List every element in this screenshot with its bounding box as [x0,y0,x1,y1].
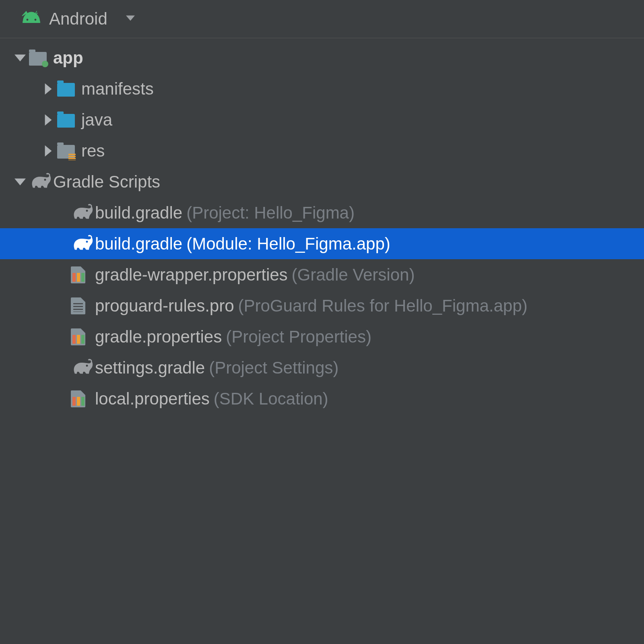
tree-node-res[interactable]: res [0,135,644,166]
gradle-icon [71,204,95,222]
gradle-script-item[interactable]: build.gradle(Project: Hello_Figma) [0,197,644,228]
gradle-icon [29,173,53,191]
gradle-script-item[interactable]: proguard-rules.pro(ProGuard Rules for He… [0,290,644,321]
chevron-right-icon[interactable] [39,145,57,157]
file-hint: (Project Properties) [226,328,372,345]
text-file-icon [71,297,95,314]
file-name: gradle-wrapper.properties [95,266,288,283]
gradle-script-item[interactable]: build.gradle(Module: Hello_Figma.app) [0,228,644,259]
project-view-header[interactable]: Android [0,0,644,38]
gradle-script-item[interactable]: gradle.properties(Project Properties) [0,321,644,352]
dropdown-arrow-icon[interactable] [126,14,135,24]
tree-node-label: res [81,142,105,159]
gradle-icon [71,235,95,253]
resources-folder-icon [57,144,81,158]
file-hint: (Project Settings) [209,359,339,376]
chevron-right-icon[interactable] [39,114,57,126]
chevron-down-icon[interactable] [11,176,29,188]
tree-node-label: Gradle Scripts [53,173,160,190]
gradle-script-item[interactable]: gradle-wrapper.properties(Gradle Version… [0,259,644,290]
file-name: local.properties [95,390,210,407]
file-hint: (Gradle Version) [292,266,415,283]
file-name: build.gradle [95,204,182,221]
tree-node-label: manifests [81,80,154,97]
file-hint: (SDK Location) [214,390,328,407]
svg-point-1 [35,19,37,21]
chevron-right-icon[interactable] [39,83,57,95]
tree-node-label: app [53,50,83,66]
properties-file-icon [71,266,95,283]
folder-icon [57,82,81,96]
file-name: settings.gradle [95,359,205,376]
tree-node-gradle-scripts[interactable]: Gradle Scripts [0,166,644,197]
file-hint: (Module: Hello_Figma.app) [186,235,390,252]
android-icon [22,11,41,27]
project-tree: app manifests java res Gradle Scripts [0,38,644,414]
tree-node-manifests[interactable]: manifests [0,73,644,104]
gradle-script-item[interactable]: settings.gradle(Project Settings) [0,352,644,383]
svg-point-0 [27,19,29,21]
module-folder-icon [29,51,53,65]
tree-node-label: java [81,111,112,128]
gradle-script-item[interactable]: local.properties(SDK Location) [0,383,644,414]
gradle-icon [71,359,95,377]
file-name: build.gradle [95,235,182,252]
folder-icon [57,113,81,127]
file-name: proguard-rules.pro [95,297,234,314]
project-view-label: Android [49,9,107,29]
file-hint: (Project: Hello_Figma) [186,204,355,221]
properties-file-icon [71,390,95,407]
file-name: gradle.properties [95,328,222,345]
chevron-down-icon[interactable] [11,52,29,64]
file-hint: (ProGuard Rules for Hello_Figma.app) [238,297,528,314]
tree-node-java[interactable]: java [0,104,644,135]
properties-file-icon [71,328,95,345]
tree-node-app[interactable]: app [0,42,644,73]
